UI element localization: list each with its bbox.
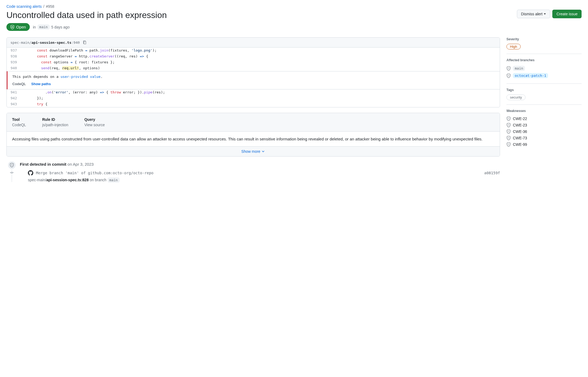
timeline-branch[interactable]: main bbox=[108, 177, 120, 183]
svg-point-0 bbox=[12, 26, 13, 27]
commit-sha[interactable]: a08159f bbox=[484, 171, 500, 175]
commit-icon bbox=[10, 171, 14, 175]
weakness-item[interactable]: CWE-73 bbox=[506, 135, 582, 141]
affected-branches-heading: Affected branches bbox=[506, 58, 582, 62]
weakness-item[interactable]: CWE-99 bbox=[506, 141, 582, 148]
user-provided-value-link[interactable]: user-provided value bbox=[61, 75, 101, 79]
timeline-file-path[interactable]: spec-main/api-session-spec.ts:828 bbox=[28, 178, 89, 182]
weaknesses-heading: Weaknesses bbox=[506, 109, 582, 113]
analysis-tool-label: CodeQL bbox=[12, 82, 26, 86]
copy-path-button[interactable] bbox=[82, 40, 87, 45]
first-detected-label: First detected in commit bbox=[20, 162, 66, 166]
shield-alert-icon bbox=[506, 74, 511, 78]
view-source-link[interactable]: View source bbox=[84, 123, 105, 127]
avatar[interactable] bbox=[28, 170, 33, 176]
weakness-item[interactable]: CWE-22 bbox=[506, 115, 582, 122]
shield-alert-icon bbox=[506, 142, 511, 147]
svg-point-2 bbox=[12, 166, 12, 166]
rule-description: Accessing files using paths constructed … bbox=[7, 132, 500, 147]
tags-heading: Tags bbox=[506, 88, 582, 92]
tool-heading: Tool bbox=[12, 117, 26, 122]
breadcrumb-parent-link[interactable]: Code scanning alerts bbox=[6, 4, 42, 9]
code-snippet-after: 941 .on('error', (error: any) => { throw… bbox=[7, 89, 500, 107]
shield-icon bbox=[10, 163, 14, 167]
affected-branch-item[interactable]: main bbox=[506, 65, 582, 72]
alert-timeline: First detected in commit on Apr 3, 2023 … bbox=[6, 162, 500, 182]
shield-alert-icon bbox=[506, 66, 511, 71]
weakness-item[interactable]: CWE-23 bbox=[506, 122, 582, 128]
sidebar: Severity High Affected branches mainocto… bbox=[506, 37, 582, 156]
svg-point-17 bbox=[508, 139, 509, 139]
svg-point-15 bbox=[508, 132, 509, 133]
copy-icon bbox=[82, 40, 87, 45]
shield-alert-icon bbox=[506, 117, 511, 121]
show-more-button[interactable]: Show more bbox=[241, 149, 265, 154]
create-issue-button[interactable]: Create issue bbox=[552, 10, 582, 18]
svg-point-19 bbox=[508, 145, 509, 146]
code-snippet: 937 const downloadFilePath = path.join(f… bbox=[7, 48, 500, 71]
svg-point-7 bbox=[508, 69, 509, 69]
octocat-icon bbox=[28, 170, 33, 176]
status-age: 5 days ago bbox=[51, 25, 70, 29]
svg-point-9 bbox=[508, 76, 509, 77]
svg-point-13 bbox=[508, 126, 509, 126]
chevron-down-icon bbox=[261, 150, 265, 153]
affected-branch-item[interactable]: octocat-patch-1 bbox=[506, 72, 582, 79]
timeline-commit-node bbox=[10, 171, 14, 175]
caret-down-icon bbox=[543, 13, 546, 15]
severity-pill: High bbox=[506, 44, 521, 49]
alert-message: This path depends on a user-provided val… bbox=[7, 71, 500, 89]
code-location-card: spec-main/api-session-spec.ts:940 937 co… bbox=[6, 37, 500, 107]
status-badge: Open bbox=[6, 23, 30, 31]
breadcrumb: Code scanning alerts / #958 bbox=[6, 4, 582, 9]
rule-id-heading: Rule ID bbox=[42, 117, 68, 122]
shield-alert-icon bbox=[506, 123, 511, 127]
rule-details-card: Tool CodeQL Rule ID js/path-injection Qu… bbox=[6, 113, 500, 157]
shield-alert-icon bbox=[506, 129, 511, 134]
branch-label: main bbox=[513, 66, 525, 71]
code-file-path[interactable]: spec-main/api-session-spec.ts:940 bbox=[10, 41, 80, 45]
dismiss-alert-button[interactable]: Dismiss alert bbox=[517, 10, 550, 18]
page-title: Uncontrolled data used in path expressio… bbox=[6, 10, 167, 20]
breadcrumb-separator: / bbox=[43, 4, 45, 9]
status-branch[interactable]: main bbox=[38, 24, 50, 30]
tag-pill[interactable]: security bbox=[506, 95, 525, 100]
tool-value: CodeQL bbox=[12, 123, 26, 127]
query-heading: Query bbox=[84, 117, 105, 122]
timeline-detect-badge bbox=[8, 161, 16, 169]
branch-label: octocat-patch-1 bbox=[513, 73, 548, 78]
rule-id-value: js/path-injection bbox=[42, 123, 68, 127]
status-label: Open bbox=[16, 25, 26, 29]
severity-heading: Severity bbox=[506, 37, 582, 41]
svg-point-11 bbox=[508, 119, 509, 120]
commit-message[interactable]: Merge branch 'main' of github.com:octo-o… bbox=[36, 171, 482, 175]
breadcrumb-id: #958 bbox=[46, 4, 54, 9]
weakness-item[interactable]: CWE-36 bbox=[506, 128, 582, 135]
shield-alert-icon bbox=[506, 136, 511, 140]
show-paths-button[interactable]: Show paths bbox=[31, 82, 51, 86]
shield-open-icon bbox=[10, 25, 14, 29]
status-in: in bbox=[33, 25, 36, 29]
first-detected-date: on Apr 3, 2023 bbox=[66, 162, 94, 166]
svg-point-3 bbox=[11, 172, 12, 173]
